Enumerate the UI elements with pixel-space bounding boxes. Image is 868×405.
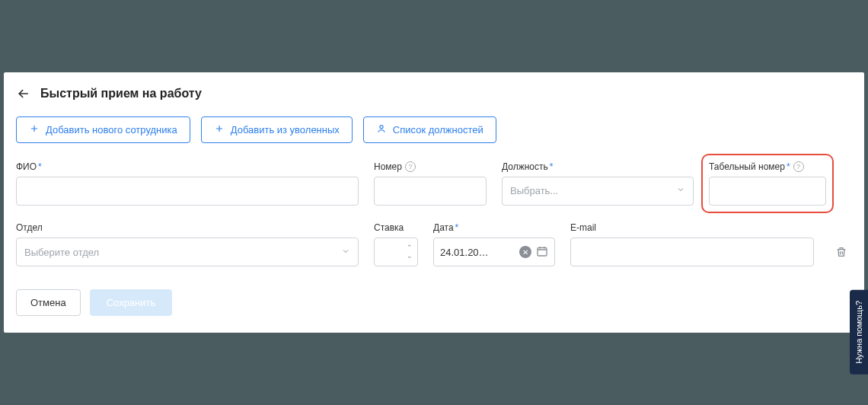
help-icon[interactable]: ?	[405, 161, 416, 172]
required-mark: *	[550, 161, 554, 172]
form-row-1: ФИО* Номер? Должность* Выбрать... Табель…	[16, 161, 852, 206]
button-label: Добавить из уволенных	[231, 124, 340, 136]
svg-point-0	[380, 125, 383, 128]
number-input[interactable]	[374, 177, 487, 206]
tabnum-group: Табельный номер*?	[709, 161, 826, 206]
fio-input[interactable]	[16, 177, 359, 206]
form-panel: Быстрый прием на работу Добавить нового …	[4, 72, 864, 333]
dept-select[interactable]: Выберите отдел	[16, 238, 359, 266]
header: Быстрый прием на работу	[16, 86, 852, 101]
dept-group: Отдел Выберите отдел	[16, 222, 359, 266]
clear-icon[interactable]: ✕	[519, 246, 531, 258]
number-group: Номер?	[374, 161, 487, 206]
chevron-down-icon[interactable]: ⌄	[407, 253, 413, 260]
chevron-down-icon	[341, 247, 350, 258]
required-mark: *	[455, 222, 459, 233]
email-group: E-mail	[570, 222, 814, 266]
back-arrow-icon[interactable]	[16, 86, 31, 101]
fio-group: ФИО*	[16, 161, 359, 206]
rate-label: Ставка	[374, 222, 418, 233]
add-from-fired-button[interactable]: Добавить из уволенных	[201, 116, 353, 143]
person-icon	[376, 123, 387, 136]
email-input[interactable]	[570, 238, 814, 266]
position-select[interactable]: Выбрать...	[502, 177, 694, 206]
number-label: Номер?	[374, 161, 487, 173]
stepper-arrows: ⌃ ⌄	[407, 244, 413, 260]
rate-stepper[interactable]: ⌃ ⌄	[374, 238, 418, 266]
select-placeholder: Выбрать...	[510, 185, 558, 196]
dept-label: Отдел	[16, 222, 359, 233]
date-label: Дата*	[433, 222, 555, 233]
save-button[interactable]: Сохранить	[90, 289, 173, 316]
fio-label: ФИО*	[16, 161, 359, 172]
svg-rect-1	[538, 247, 547, 256]
calendar-icon[interactable]	[536, 245, 548, 260]
date-value: 24.01.20…	[440, 247, 515, 258]
position-label: Должность*	[502, 161, 694, 172]
date-input[interactable]: 24.01.20… ✕	[433, 238, 555, 266]
plus-icon	[214, 123, 225, 136]
position-group: Должность* Выбрать...	[502, 161, 694, 206]
add-new-employee-button[interactable]: Добавить нового сотрудника	[16, 116, 190, 143]
button-label: Список должностей	[393, 124, 483, 136]
action-buttons-row: Добавить нового сотрудника Добавить из у…	[16, 116, 852, 143]
footer-buttons: Отмена Сохранить	[16, 289, 852, 316]
help-tab[interactable]: Нужна помощь?	[850, 290, 868, 375]
date-group: Дата* 24.01.20… ✕	[433, 222, 555, 266]
chevron-down-icon	[676, 185, 685, 196]
trash-icon[interactable]	[835, 238, 847, 266]
cancel-button[interactable]: Отмена	[16, 289, 81, 316]
highlight-annotation	[701, 154, 834, 214]
page-title: Быстрый прием на работу	[40, 87, 202, 100]
email-label: E-mail	[570, 222, 814, 233]
chevron-up-icon[interactable]: ⌃	[407, 244, 413, 251]
form-row-2: Отдел Выберите отдел Ставка ⌃ ⌄ Дата* 24…	[16, 222, 852, 266]
positions-list-button[interactable]: Список должностей	[363, 116, 496, 143]
rate-group: Ставка ⌃ ⌄	[374, 222, 418, 266]
select-placeholder: Выберите отдел	[24, 247, 99, 258]
required-mark: *	[38, 161, 42, 172]
plus-icon	[29, 123, 40, 136]
button-label: Добавить нового сотрудника	[46, 124, 177, 136]
